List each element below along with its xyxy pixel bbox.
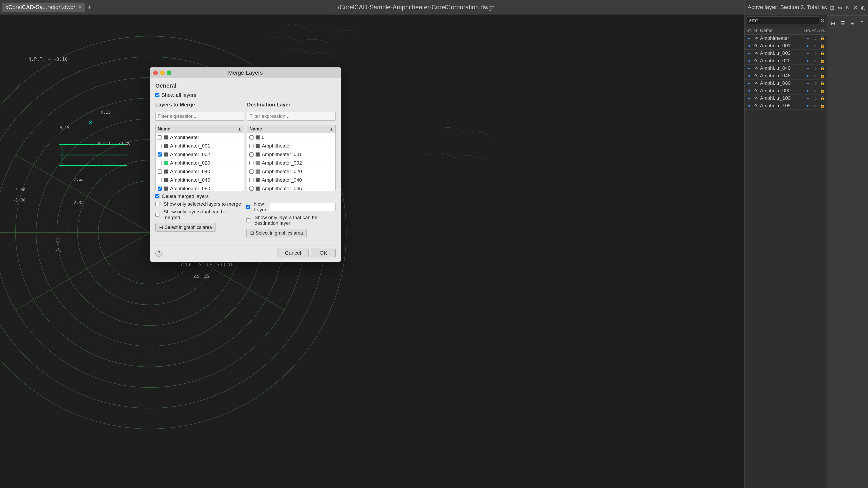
layer-row-045[interactable]: ● 👁 Amphi...r_045 ● ◇ 🔒	[744, 72, 827, 79]
layer-lock-icon[interactable]: 🔒	[819, 36, 826, 40]
merge-layers-dialog: Merge Layers General Show all layers Lay…	[150, 67, 341, 262]
layer-row-040[interactable]: ● 👁 Amphi...r_040 ● ◇ 🔒	[744, 65, 827, 72]
add-tab-button[interactable]: +	[87, 3, 91, 11]
merge-check-040[interactable]	[158, 169, 162, 173]
new-layer-checkbox[interactable]	[246, 205, 250, 209]
help-button[interactable]: ?	[155, 250, 162, 257]
layer-row-001[interactable]: ● 👁 Amphi...r_001 ● ◇ 🔒	[744, 42, 827, 50]
dest-check-amphitheater[interactable]	[249, 144, 253, 148]
toolbar-row-2: ⊟ ☰ ⊞ ?	[827, 15, 868, 31]
merge-check-amphitheater[interactable]	[158, 135, 162, 139]
layer-name-105: Amphi...r_105	[760, 103, 804, 108]
destination-layer-filter[interactable]	[247, 112, 336, 121]
col-name: Name	[760, 28, 804, 33]
layer-col-headers: St. 👁 Name Sh... Fr... Lo...	[744, 27, 827, 35]
dialog-title: Merge Layers	[228, 69, 263, 76]
new-layer-text-input[interactable]	[270, 203, 336, 211]
dest-row-amphitheater[interactable]: Amphitheater	[247, 142, 335, 150]
merge-list-col-name: Name	[158, 126, 170, 132]
dest-list-col-name: Name	[249, 126, 262, 132]
layer-row-amphitheater[interactable]: ● 👁 Amphitheater ● ◇ 🔒	[744, 35, 827, 42]
show-dest-label: Show only layers that can be destination…	[254, 215, 336, 226]
show-mergeable-checkbox[interactable]	[155, 213, 159, 217]
tool-settings-icon[interactable]: ◐	[859, 3, 867, 12]
right-panel: ⊞ ⇆ ↻ ✕ ◐ ⊟ ☰ ⊞ ?	[827, 0, 868, 488]
layers-to-merge-filter[interactable]	[155, 112, 244, 121]
tool-close-icon[interactable]: ✕	[851, 3, 859, 12]
window-title: .../CorelCAD-Sample-Amphitheater-CorelCo…	[333, 4, 494, 11]
dest-row-045[interactable]: Amphitheater_045	[247, 185, 335, 191]
tool-view-icon[interactable]: ⊞	[848, 19, 857, 28]
dest-row-002[interactable]: Amphitheater_002	[247, 159, 335, 167]
show-selected-checkbox[interactable]	[155, 202, 159, 206]
close-window-button[interactable]	[153, 70, 158, 75]
color-box	[255, 178, 260, 182]
merge-row-040[interactable]: Amphitheater_040	[156, 167, 244, 176]
dest-check-045[interactable]	[249, 187, 253, 191]
merge-check-002[interactable]	[158, 153, 162, 157]
tool-help-icon[interactable]: ?	[858, 19, 867, 28]
color-box	[164, 161, 168, 165]
layer-row-002[interactable]: ● 👁 Amphi...r_002 ● ◇ 🔒	[744, 50, 827, 57]
color-box	[255, 153, 260, 157]
layer-row-080[interactable]: ● 👁 Amphi...r_080 ● ◇ 🔒	[744, 79, 827, 87]
new-layer-label: New Layer:	[254, 201, 268, 213]
search-clear-icon[interactable]: ✕	[820, 18, 825, 24]
dest-row-040[interactable]: Amphitheater_040	[247, 176, 335, 185]
dest-row-001[interactable]: Amphitheater_001	[247, 150, 335, 159]
layer-row-020[interactable]: ● 👁 Amphi...r_020 ● ◇ 🔒	[744, 57, 827, 65]
sort-asc-icon[interactable]: ▲	[238, 127, 242, 131]
dest-check-020[interactable]	[249, 169, 253, 173]
dest-layer-002: Amphitheater_002	[262, 160, 302, 166]
dest-check-001[interactable]	[249, 153, 253, 157]
select-graphics-right-button[interactable]: ⊞ Select in graphics area	[246, 229, 307, 237]
sort-asc-icon-right[interactable]: ▲	[329, 127, 333, 131]
layer-search-input[interactable]	[747, 16, 819, 25]
toolbar-top: ⊞ ⇆ ↻ ✕ ◐	[827, 0, 868, 15]
layer-search-bar: ✕	[744, 14, 827, 27]
select-graphics-right-icon: ⊞	[250, 230, 254, 236]
tool-swap-icon[interactable]: ⇆	[836, 3, 844, 12]
tool-refresh-icon[interactable]: ↻	[844, 3, 851, 12]
show-dest-checkbox[interactable]	[246, 218, 250, 222]
filter-row	[155, 112, 336, 122]
show-all-checkbox[interactable]	[155, 93, 159, 97]
dest-row-0[interactable]: 0	[247, 133, 335, 142]
layer-row-105[interactable]: ● 👁 Amphi...r_105 ● ◇ 🔒	[744, 102, 827, 109]
merge-row-amphitheater[interactable]: Amphitheater	[156, 133, 244, 142]
right-bottom-options: New Layer: Show only layers that can be …	[246, 201, 336, 237]
ok-button[interactable]: OK	[311, 248, 336, 258]
dest-row-020[interactable]: Amphitheater_020	[247, 167, 335, 176]
active-tab[interactable]: xCorelCAD-Sa...ration.dwg* ✕	[2, 3, 85, 12]
merge-check-020[interactable]	[158, 161, 162, 165]
layer-visibility-icon[interactable]: 👁	[753, 36, 760, 40]
select-graphics-left-button[interactable]: ⊞ Select in graphics area	[155, 223, 216, 232]
color-box	[164, 153, 168, 157]
dest-check-040[interactable]	[249, 178, 253, 182]
merge-row-045[interactable]: Amphitheater_045	[156, 176, 244, 185]
show-all-row: Show all layers	[155, 92, 336, 98]
merge-row-020[interactable]: Amphitheater_020	[156, 159, 244, 167]
delete-merged-checkbox[interactable]	[155, 194, 159, 198]
merge-row-080[interactable]: Amphitheater_080	[156, 185, 244, 191]
merge-check-001[interactable]	[158, 144, 162, 148]
layer-row-090[interactable]: ● 👁 Amphi...r_090 ● ◇ 🔒	[744, 87, 827, 95]
dest-check-002[interactable]	[249, 161, 253, 165]
tab-label: xCorelCAD-Sa...ration.dwg*	[5, 4, 76, 10]
tool-grid-icon[interactable]: ⊞	[828, 3, 836, 12]
merge-check-080[interactable]	[158, 187, 162, 191]
tool-layers-icon[interactable]: ⊟	[829, 19, 838, 28]
merge-row-002[interactable]: Amphitheater_002	[156, 150, 244, 159]
destination-layer-container: Name ▲ 0 Amphitheater	[247, 125, 336, 191]
dest-check-0[interactable]	[249, 135, 253, 139]
select-graphics-left-icon: ⊞	[159, 225, 163, 230]
tab-close-icon[interactable]: ✕	[78, 4, 82, 10]
minimize-window-button[interactable]	[160, 70, 165, 75]
merge-row-001[interactable]: Amphitheater_001	[156, 142, 244, 150]
tool-properties-icon[interactable]: ☰	[838, 19, 847, 28]
layer-row-100[interactable]: ● 👁 Amphi...r_100 ● ◇ 🔒	[744, 95, 827, 102]
maximize-window-button[interactable]	[167, 70, 171, 75]
dest-layer-040: Amphitheater_040	[262, 177, 302, 183]
cancel-button[interactable]: Cancel	[278, 248, 309, 258]
merge-check-045[interactable]	[158, 178, 162, 182]
